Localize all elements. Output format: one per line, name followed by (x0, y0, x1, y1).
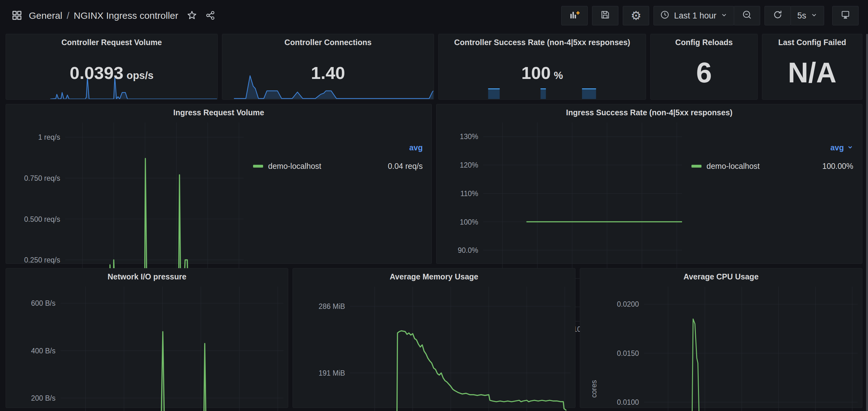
panel-title[interactable]: Controller Success Rate (non-4|5xx respo… (439, 38, 646, 47)
stat-value: N/A (762, 57, 862, 89)
panel-title[interactable]: Average Memory Usage (293, 272, 575, 281)
panel-controller-connections: Controller Connections 1.40 (222, 34, 434, 100)
panel-title[interactable]: Controller Connections (222, 38, 434, 47)
time-range-button[interactable]: Last 1 hour (653, 6, 734, 25)
y-axis-tick-label: 110% (460, 190, 478, 198)
y-axis-tick-label: 0.0200 (617, 300, 639, 309)
chevron-down-icon (847, 143, 853, 152)
y-axis-tick-label: 0.750 req/s (24, 174, 60, 183)
legend-series-row[interactable]: demo-localhost 0.04 req/s (253, 162, 423, 171)
legend-avg-header[interactable]: avg (691, 143, 853, 152)
add-panel-button[interactable] (561, 6, 588, 25)
panel-average-cpu-usage: Average CPU Usage cores 0.02000.01500.01… (580, 268, 862, 408)
panel-ingress-request-volume: Ingress Request Volume 1 req/s0.750 req/… (6, 104, 432, 264)
breadcrumb-page[interactable]: NGINX Ingress controller (74, 10, 178, 21)
y-axis-tick-label: 1 req/s (38, 133, 60, 142)
breadcrumb-separator: / (67, 10, 69, 21)
kiosk-mode-button[interactable] (832, 6, 859, 25)
y-axis-tick-label: 0.0150 (617, 349, 639, 358)
clock-icon (660, 10, 670, 22)
y-axis-tick-label: 400 B/s (31, 347, 56, 355)
save-dashboard-button[interactable] (592, 6, 618, 25)
chevron-down-icon (721, 11, 727, 21)
time-picker-group: Last 1 hour (653, 6, 760, 25)
panel-title[interactable]: Config Reloads (651, 38, 757, 47)
refresh-button[interactable] (765, 6, 791, 25)
scrollbar[interactable] (866, 34, 868, 411)
dashboard-settings-button[interactable]: ⚙︎ (623, 6, 649, 25)
y-axis-tick-label: 191 MiB (319, 369, 345, 377)
time-series-chart: cores 0.02000.01500.01000.005000 11:5012… (585, 287, 858, 404)
monitor-icon (840, 10, 850, 22)
series-label: demo-localhost (268, 162, 321, 171)
panel-title[interactable]: Average CPU Usage (580, 272, 862, 281)
y-axis-tick-label: 130% (460, 133, 478, 141)
panel-config-reloads: Config Reloads 6 (650, 34, 757, 100)
y-axis-tick-label: 0.500 req/s (24, 215, 60, 224)
panel-ingress-success-rate: Ingress Success Rate (non-4|5xx response… (436, 104, 862, 264)
time-range-label: Last 1 hour (674, 11, 716, 21)
bar-sparkline (439, 87, 645, 99)
panel-average-memory-usage: Average Memory Usage 286 MiB191 MiB95.4 … (292, 268, 575, 408)
legend-avg-header[interactable]: avg (253, 143, 423, 152)
share-button[interactable] (204, 8, 217, 23)
panel-title[interactable]: Ingress Request Volume (6, 108, 432, 117)
panel-network-io-pressure: Network I/O pressure 600 B/s400 B/s200 B… (6, 268, 288, 408)
add-panel-icon (569, 9, 580, 22)
y-axis-unit: cores (585, 287, 597, 411)
y-axis: 286 MiB191 MiB95.4 MiB0 B (297, 287, 350, 411)
time-series-chart: 600 B/s400 B/s200 B/s0 B/s-200 B/s 11:50… (10, 287, 283, 404)
y-axis-tick-label: 200 B/s (31, 394, 56, 403)
y-axis: 600 B/s400 B/s200 B/s0 B/s-200 B/s (10, 287, 61, 411)
stat-value: 100% (439, 62, 646, 83)
y-axis-tick-label: 600 B/s (31, 299, 56, 308)
gear-icon: ⚙︎ (631, 10, 641, 22)
refresh-icon (773, 10, 783, 22)
series-label: demo-localhost (707, 162, 760, 171)
top-navbar: General / NGINX Ingress controller (0, 0, 868, 31)
stat-value: 6 (651, 57, 757, 89)
panel-controller-success-rate: Controller Success Rate (non-4|5xx respo… (438, 34, 646, 100)
chevron-down-icon (811, 11, 817, 21)
time-series-chart: 130%120%110%100%90.0%80%70% 11:5012:0012… (441, 123, 858, 260)
y-axis-tick-label: 100% (460, 218, 478, 227)
panel-title[interactable]: Ingress Success Rate (non-4|5xx response… (436, 108, 862, 117)
breadcrumb-section[interactable]: General (29, 10, 62, 21)
stat-value: 1.40 (222, 62, 434, 83)
series-color-swatch (253, 165, 263, 168)
plot-area[interactable] (350, 287, 570, 411)
refresh-group: 5s (765, 6, 824, 25)
refresh-interval-dropdown[interactable]: 5s (790, 6, 824, 25)
series-color-swatch (691, 165, 702, 168)
plot-area[interactable] (61, 287, 283, 411)
series-avg-value: 100.00% (822, 162, 853, 171)
y-axis: 0.02000.01500.01000.005000 (597, 287, 644, 411)
zoom-out-button[interactable] (734, 6, 760, 25)
save-icon (600, 10, 610, 22)
dashboard-toolbar: ⚙︎ Last 1 hour (561, 6, 859, 25)
stat-value: 0.0393ops/s (6, 62, 217, 83)
y-axis-tick-label: 90.0% (458, 246, 478, 255)
panel-last-config-failed: Last Config Failed N/A (762, 34, 862, 100)
star-icon (187, 10, 197, 22)
y-axis-tick-label: 0.250 req/s (24, 256, 60, 264)
dashboards-grid-button[interactable] (9, 8, 25, 24)
legend-series-row[interactable]: demo-localhost 100.00% (691, 162, 853, 171)
star-button[interactable] (185, 8, 199, 24)
refresh-interval-label: 5s (797, 11, 806, 21)
y-axis-tick-label: 0.0100 (617, 398, 639, 407)
time-series-chart: 286 MiB191 MiB95.4 MiB0 B 11:5012:0012:1… (297, 287, 570, 404)
zoom-out-icon (742, 10, 752, 22)
time-series-chart: 1 req/s0.750 req/s0.500 req/s0.250 req/s… (10, 123, 427, 260)
apps-grid-icon (11, 10, 23, 22)
panel-title[interactable]: Network I/O pressure (6, 272, 288, 281)
series-avg-value: 0.04 req/s (388, 162, 423, 171)
y-axis-tick-label: 286 MiB (319, 302, 345, 311)
share-icon (206, 10, 215, 21)
breadcrumb: General / NGINX Ingress controller (29, 10, 179, 21)
panel-title[interactable]: Controller Request Volume (6, 38, 217, 47)
plot-area[interactable] (644, 287, 858, 411)
panel-title[interactable]: Last Config Failed (762, 38, 862, 47)
y-axis-tick-label: 120% (460, 161, 478, 169)
panel-controller-request-volume: Controller Request Volume 0.0393ops/s (6, 34, 218, 100)
